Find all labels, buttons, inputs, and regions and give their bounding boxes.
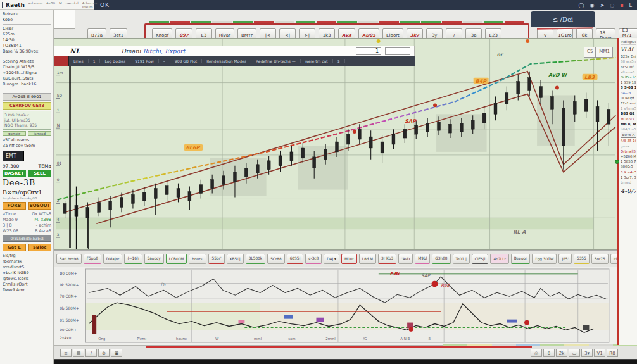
settings-item-6[interactable]: Renderisation Modes [202,59,251,63]
strip-button-5[interactable]: LCB00M [166,254,187,264]
indicator-row-18[interactable]: 4/8 35 1Gr [621,138,636,143]
strip-button-27[interactable]: 5or75 [591,254,609,264]
strip-button-17[interactable]: 'AvD [398,254,413,264]
indicator-row-3[interactable]: 68 w.s5mw [621,59,636,64]
sidebar-item[interactable]: 14:30 [3,37,51,43]
sidebar-item[interactable]: lgtows.Tsorls [3,276,51,282]
sidebar-chip[interactable]: AvG05 E 9901 [3,93,51,101]
sidebar-item[interactable]: Crmlls rQort [3,282,51,287]
sidebar-item[interactable]: Retrace [3,11,51,17]
settings-item-9[interactable]: $ [333,59,345,63]
strip-button-21[interactable]: ClES|i [472,254,489,264]
sidebar-item[interactable]: 3a nff cov t5om [3,143,51,149]
sidebar-item[interactable]: rbernsrsk [3,259,51,265]
search-icon[interactable]: ◌ [610,3,614,8]
count-badge[interactable]: 8 [543,349,555,357]
strip-button-3[interactable]: (~16h [124,254,142,264]
chart-input-2[interactable] [385,47,410,55]
sidebar-alert-chip[interactable]: CERRFOV GET3 [3,102,51,110]
indicator-row-13[interactable]: B8S Q2 [621,111,636,116]
strip-button-8[interactable]: XB50| [227,254,244,264]
settings-item-0[interactable]: Lines [69,59,89,63]
indicator-row-7[interactable]: 1 SS9 18 [621,80,636,85]
strip-button-14[interactable]: M00t [341,254,357,264]
sidebar-item[interactable]: TO36841 [3,43,51,49]
indicator-row-4[interactable]: BFSOBf [621,65,636,70]
order-button-a[interactable]: FORB [3,202,26,210]
indicator-row-26[interactable]: Lmsrd [621,180,636,185]
corner-cell-1[interactable]: C5 [584,47,596,58]
strip-button-23[interactable]: Beeoor [511,254,531,264]
indicator-row-17[interactable]: B0Y5 A [621,132,636,138]
strip-button-1[interactable]: F5pp8 [84,254,101,264]
menu-icon[interactable]: ≡ [60,349,72,357]
view-button[interactable]: V1 [594,349,605,357]
strip-button-13[interactable]: DAJ ▾ [324,254,339,264]
sidebar-item[interactable]: Scoring Athlete [3,59,51,65]
indicator-row-15[interactable]: MB 8, M5 [621,122,636,127]
indicator-row-16[interactable]: b84/1 u5 [621,127,636,132]
settings-item-4[interactable]: – [159,59,170,63]
strip-button-6[interactable]: hours. [189,254,206,264]
ema-badge[interactable]: EMT [3,151,24,161]
sidebar-item[interactable]: 625m [3,32,51,37]
strip-button-10[interactable]: 5Cr88 [267,254,285,264]
chart-input-1[interactable]: 1 [356,47,381,55]
menu-item-3[interactable]: nanzkd [66,1,79,9]
settings-item-1[interactable]: 1 [89,59,101,63]
strip-button-26[interactable]: 5355 [574,254,590,264]
letter-l-icon[interactable]: L [629,3,632,8]
strip-button-0[interactable]: 5arl hm98 [56,254,82,264]
strip-button-18[interactable]: M9bl [415,254,430,264]
strip-button-15[interactable]: L8d M [359,254,376,264]
menu-item-0[interactable]: arbesue [28,1,42,9]
menu-item-1[interactable]: AvB0 [46,1,55,9]
sidebar-item[interactable]: Clear [3,26,51,32]
record-indicator[interactable] [54,56,69,66]
red-app-icon[interactable]: ▪ [620,3,623,8]
strip-button-16[interactable]: 3r Kb3 [378,254,396,264]
strip-button-7[interactable]: 55br' [208,254,224,264]
chip-a[interactable]: gsmstr [3,131,26,136]
settings-item-5[interactable]: 908 GB Plot [170,59,202,63]
sidebar-item[interactable]: KulCourt..Stats [3,76,51,82]
grid-toggle-icon[interactable]: ▣ [111,349,122,357]
indicator-row-1[interactable]: VLAf [621,46,636,54]
settings-item-2[interactable]: Log Bodies [100,59,130,63]
indicator-row-20[interactable]: Drtmall5 [621,149,636,154]
order-button-b[interactable]: 5Bloc [28,244,52,251]
menu-item-2[interactable]: M [59,1,62,9]
indicator-row-12[interactable]: 1 s/hms5 [621,106,636,111]
indicator-row-14[interactable]: MO8 93 [621,116,636,122]
strip-button-11[interactable]: 60S5| [287,254,304,264]
refresh-button[interactable]: R8 [607,349,618,357]
indicator-row-5[interactable]: aftvms3 [621,70,636,75]
menu-item-4[interactable]: Arberrov Insum [82,1,98,9]
sidebar-item[interactable]: +10045...l'Signa [3,70,51,76]
strip-button-22[interactable]: 4rGLLr [490,254,508,264]
basket-button[interactable]: BASKET [3,170,26,177]
dropdown-button[interactable]: 3▾ [581,349,593,357]
strip-button-28[interactable]: lrlb5oe5oer [610,254,617,264]
settings-item-3[interactable]: 9191 Row [130,59,159,63]
settings-item-7[interactable]: Redefine Un-techs — [251,59,301,63]
cursor-icon[interactable]: ➤ [600,3,604,8]
strip-button-9[interactable]: 3L500k [246,254,265,264]
sidebar-item[interactable]: Kobe [3,17,51,23]
strip-button-12[interactable]: c-3c8 [305,254,322,264]
indicator-row-27[interactable]: 4-0/7 [621,189,636,194]
sidebar-item[interactable]: Chain j/t W13/5 [3,65,51,70]
corner-cell-2[interactable]: MM1 [596,47,613,58]
strip-button-4[interactable]: 5aopcy [144,254,164,264]
scale-button[interactable]: 2k [556,349,567,357]
sidebar-item[interactable]: rrredlsort5 [3,265,51,270]
indicator-row-23[interactable]: S86Er5 [621,164,636,169]
chip-b[interactable]: jsmssd [28,131,51,136]
indicator-row-11[interactable]: F2s1 em3 [621,101,636,106]
sidebar-item[interactable]: Base ¼ 36.98vox [3,49,51,54]
indicator-row-8[interactable]: 3 S-0S 15 [621,85,636,90]
indicator-row-6[interactable]: % lDoch3 [621,75,636,80]
indicator-row-21[interactable]: +5266 M55 [621,154,636,159]
indicator-row-24[interactable]: 3 9 ~4n5 [621,170,636,175]
sidebar-item[interactable]: B nogm..bank16 [3,82,51,87]
